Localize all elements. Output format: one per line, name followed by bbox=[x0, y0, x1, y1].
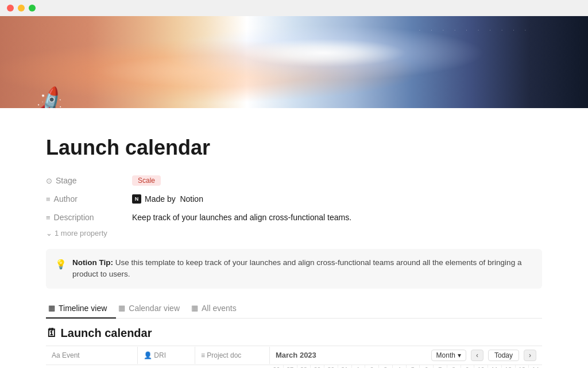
chevron-down-icon: ⌄ bbox=[46, 229, 52, 237]
doc-col-text: ≡ Project doc bbox=[201, 351, 241, 359]
date-cell: 12 bbox=[502, 365, 516, 369]
page-title: Launch calendar bbox=[46, 136, 542, 160]
description-property-row: ≡ Description Keep track of your launche… bbox=[46, 208, 542, 227]
date-cell: 4 bbox=[393, 365, 407, 369]
tip-box: 💡 Notion Tip: Use this template to keep … bbox=[46, 249, 542, 289]
titlebar bbox=[0, 0, 588, 16]
stage-label-text: Stage bbox=[56, 176, 77, 185]
dri-col-text: 👤 DRI bbox=[144, 351, 166, 359]
month-title: March 2023 bbox=[276, 351, 316, 359]
date-numbers: 2627282930311234567891011121314 bbox=[270, 365, 542, 369]
date-cell: 9 bbox=[461, 365, 475, 369]
more-properties-toggle[interactable]: ⌄ 1 more property bbox=[46, 229, 542, 237]
date-cell: 2 bbox=[365, 365, 379, 369]
doc-column-header: ≡ Project doc bbox=[195, 347, 270, 364]
tip-text: Notion Tip: Use this template to keep tr… bbox=[72, 257, 533, 281]
date-cell: 14 bbox=[529, 365, 542, 369]
date-cell: 1 bbox=[352, 365, 366, 369]
minimize-button[interactable] bbox=[18, 5, 25, 12]
date-cell: 28 bbox=[297, 365, 311, 369]
properties-section: ⊙ Stage Scale ≡ Author N Made by Notion … bbox=[46, 171, 542, 237]
author-value: N Made by Notion bbox=[132, 194, 203, 204]
date-cell: 29 bbox=[311, 365, 324, 369]
date-cell: 10 bbox=[474, 365, 488, 369]
date-cell: 30 bbox=[324, 365, 338, 369]
date-cell: 27 bbox=[284, 365, 297, 369]
tip-body: Use this template to keep track of your … bbox=[72, 258, 521, 278]
event-col-text: Aa Event bbox=[52, 351, 80, 359]
tip-icon: 💡 bbox=[55, 258, 67, 271]
maximize-button[interactable] bbox=[29, 5, 36, 12]
allevents-tab-icon: ▦ bbox=[191, 304, 198, 312]
dri-col-label: 👤 DRI bbox=[144, 351, 189, 359]
event-column-header: Aa Event bbox=[46, 347, 138, 364]
next-month-button[interactable]: › bbox=[524, 350, 536, 361]
date-cell: 6 bbox=[420, 365, 434, 369]
calendar-tab-icon: ▦ bbox=[118, 304, 125, 312]
month-controls: Month ▾ ‹ Today › bbox=[431, 350, 536, 361]
notion-icon: N bbox=[132, 194, 141, 204]
prev-month-button[interactable]: ‹ bbox=[471, 350, 483, 361]
calendar-section: 🗓 Launch calendar Aa Event 👤 DRI ≡ Proje… bbox=[46, 319, 542, 369]
more-property-label: 1 more property bbox=[55, 229, 107, 237]
today-button[interactable]: Today bbox=[488, 350, 519, 361]
calendar-tab-label: Calendar view bbox=[129, 304, 180, 313]
description-text: Keep track of your launches and align cr… bbox=[132, 213, 351, 222]
author-property-row: ≡ Author N Made by Notion bbox=[46, 190, 542, 208]
event-col-label: Aa Event bbox=[52, 351, 131, 359]
calendar-title-text: 🗓 Launch calendar bbox=[46, 327, 152, 340]
author-text: Made by Notion bbox=[145, 194, 203, 204]
doc-col-label: ≡ Project doc bbox=[201, 351, 264, 359]
month-select[interactable]: Month ▾ bbox=[431, 350, 466, 361]
chevron-down-icon: ▾ bbox=[458, 351, 461, 359]
page-content: Launch calendar ⊙ Stage Scale ≡ Author N… bbox=[0, 136, 588, 368]
stage-label: ⊙ Stage bbox=[46, 176, 132, 185]
date-cell: 8 bbox=[447, 365, 461, 369]
description-label: ≡ Description bbox=[46, 213, 132, 222]
tab-calendar[interactable]: ▦ Calendar view bbox=[116, 299, 189, 319]
author-label: ≡ Author bbox=[46, 194, 132, 204]
date-cell: 5 bbox=[407, 365, 420, 369]
month-select-label: Month bbox=[436, 351, 455, 359]
date-cell: 3 bbox=[379, 365, 393, 369]
author-label-text: Author bbox=[54, 194, 78, 204]
date-cell: 31 bbox=[338, 365, 352, 369]
close-button[interactable] bbox=[7, 5, 14, 12]
description-value: Keep track of your launches and align cr… bbox=[132, 213, 351, 222]
month-bar: March 2023 Month ▾ ‹ Today › bbox=[270, 346, 542, 365]
timeline-tab-icon: ▦ bbox=[48, 304, 55, 312]
allevents-tab-label: All events bbox=[202, 304, 237, 313]
tip-bold: Notion Tip: bbox=[72, 258, 113, 267]
stage-property-row: ⊙ Stage Scale bbox=[46, 171, 542, 190]
stage-value[interactable]: Scale bbox=[132, 175, 161, 186]
description-label-text: Description bbox=[54, 213, 94, 222]
date-cell: 11 bbox=[488, 365, 502, 369]
date-numbers-row: 2627282930311234567891011121314 bbox=[46, 365, 542, 369]
calendar-header: Aa Event 👤 DRI ≡ Project doc March 2023 … bbox=[46, 346, 542, 365]
date-cell: 26 bbox=[270, 365, 284, 369]
dri-column-header: 👤 DRI bbox=[138, 347, 195, 364]
hero-image: 🚀 bbox=[0, 16, 588, 108]
description-icon: ≡ bbox=[46, 213, 51, 222]
timeline-tab-label: Timeline view bbox=[59, 304, 107, 313]
view-tabs: ▦ Timeline view ▦ Calendar view ▦ All ev… bbox=[46, 299, 542, 319]
stage-badge[interactable]: Scale bbox=[132, 175, 161, 186]
date-cell: 13 bbox=[516, 365, 529, 369]
date-cell: 7 bbox=[434, 365, 447, 369]
tab-timeline[interactable]: ▦ Timeline view bbox=[46, 299, 116, 319]
tab-all-events[interactable]: ▦ All events bbox=[189, 299, 246, 319]
author-icon: ≡ bbox=[46, 195, 51, 204]
rocket-icon: 🚀 bbox=[29, 84, 72, 108]
stage-icon: ⊙ bbox=[46, 177, 52, 185]
calendar-title: 🗓 Launch calendar bbox=[46, 319, 542, 346]
